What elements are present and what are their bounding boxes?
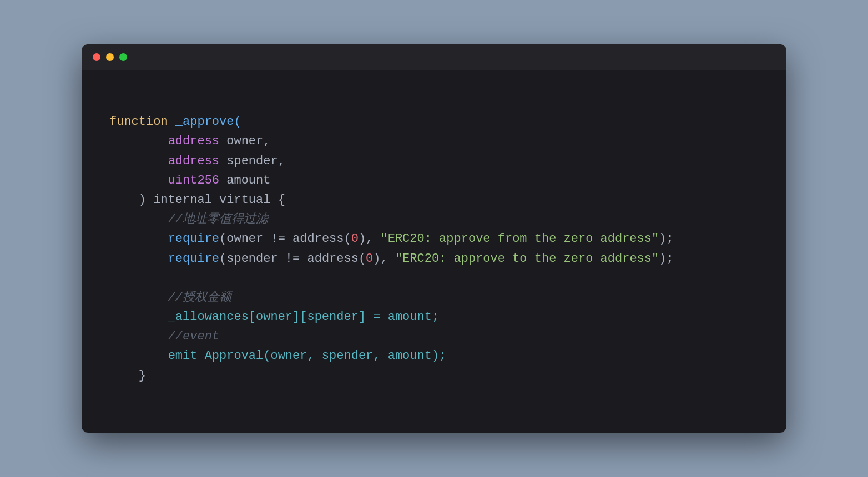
require1-open: (owner != address( (219, 232, 351, 246)
require2-str: "ERC20: approve to the zero address" (395, 252, 659, 266)
allowances-line: _allowances[owner][spender] = amount; (168, 310, 439, 324)
require2-open: (spender != address( (219, 252, 366, 266)
require2-end: ); (659, 252, 673, 266)
comment-allowance: //授权金额 (168, 291, 231, 305)
maximize-button[interactable] (119, 53, 127, 61)
param-spender: spender, (226, 154, 285, 168)
minimize-button[interactable] (106, 53, 114, 61)
closing-brace: } (139, 369, 146, 383)
require2-zero: 0 (366, 252, 373, 266)
param-owner: owner, (226, 134, 270, 148)
keyword-function: function (109, 115, 168, 129)
require1: require (168, 232, 219, 246)
comment-zero-check: //地址零值得过滤 (168, 212, 268, 226)
require1-post: ), (359, 232, 381, 246)
close-button[interactable] (93, 53, 100, 61)
type-address-2: address (168, 154, 219, 168)
code-window: function _approve( address owner, addres… (82, 44, 786, 433)
comment-event: //event (168, 329, 219, 343)
titlebar (82, 44, 786, 70)
require2: require (168, 252, 219, 266)
function-modifiers: ) internal virtual { (139, 193, 285, 207)
require1-zero: 0 (351, 232, 359, 246)
type-address-1: address (168, 134, 219, 148)
function-name: _approve( (175, 115, 241, 129)
emit-line: emit Approval(owner, spender, amount); (168, 349, 447, 363)
type-uint256: uint256 (168, 174, 219, 187)
require1-end: ); (659, 232, 673, 246)
require1-str: "ERC20: approve from the zero address" (381, 232, 659, 246)
require2-post: ), (373, 252, 395, 266)
code-editor: function _approve( address owner, addres… (82, 70, 786, 433)
param-amount: amount (226, 174, 270, 187)
